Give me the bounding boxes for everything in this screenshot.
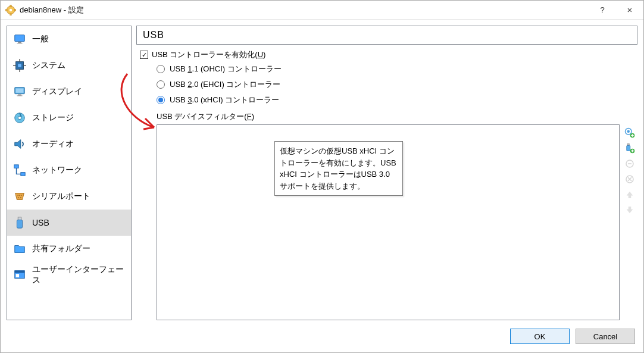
svg-rect-4 (5, 9, 7, 10)
usb-edit-icon[interactable] (624, 158, 636, 170)
titlebar: debian8new - 設定 ? × (1, 1, 643, 20)
usb-add-from-device-icon[interactable] (624, 142, 636, 154)
window-title: debian8new - 設定 (20, 5, 84, 15)
settings-window: debian8new - 設定 ? × 一般 システム (0, 0, 644, 353)
usb-move-down-icon[interactable] (624, 204, 636, 216)
sidebar-item-label: シリアルポート (32, 191, 90, 202)
usb-controller-radios: USB 1.1 (OHCI) コントローラー USB 2.0 (EHCI) コン… (157, 64, 637, 105)
sidebar-item-storage[interactable]: ストレージ (7, 105, 131, 131)
enable-usb-checkbox[interactable]: ✓ (140, 51, 148, 59)
svg-rect-29 (17, 220, 22, 228)
filter-label: USB デバイスフィルター(F) (157, 111, 637, 122)
sidebar-item-label: 一般 (32, 34, 49, 45)
sidebar-item-general[interactable]: 一般 (7, 26, 131, 52)
usb11-label: USB 1.1 (OHCI) コントローラー (170, 64, 282, 74)
sidebar-item-label: ストレージ (32, 113, 74, 123)
svg-rect-7 (18, 42, 21, 43)
sidebar-item-shared[interactable]: 共有フォルダー (7, 236, 131, 262)
usb20-radio-row[interactable]: USB 2.0 (EHCI) コントローラー (157, 79, 637, 90)
svg-rect-10 (18, 64, 21, 67)
svg-rect-31 (15, 271, 25, 273)
dialog-buttons: OK Cancel (1, 326, 643, 352)
svg-rect-21 (14, 165, 18, 168)
svg-rect-28 (18, 217, 21, 220)
svg-rect-2 (10, 5, 11, 7)
usb-icon (13, 216, 26, 229)
sidebar-item-network[interactable]: ネットワーク (7, 157, 131, 183)
svg-rect-8 (17, 43, 22, 43)
sidebar-item-serial[interactable]: シリアルポート (7, 183, 131, 210)
usb11-radio[interactable] (157, 65, 165, 73)
section-title: USB (136, 26, 637, 45)
svg-rect-5 (14, 9, 16, 10)
usb20-radio[interactable] (157, 80, 165, 89)
svg-rect-16 (16, 89, 24, 93)
sidebar-item-audio[interactable]: オーディオ (7, 131, 131, 157)
svg-point-24 (19, 195, 20, 196)
titlebar-left: debian8new - 設定 (5, 5, 84, 15)
filter-tools (622, 124, 637, 320)
usb11-radio-row[interactable]: USB 1.1 (OHCI) コントローラー (157, 64, 637, 74)
svg-rect-18 (17, 95, 22, 96)
svg-point-1 (10, 8, 12, 11)
usb-move-up-icon[interactable] (624, 189, 636, 201)
svg-rect-32 (16, 274, 19, 277)
monitor-icon (13, 33, 26, 46)
sidebar-item-label: ユーザーインターフェース (32, 264, 125, 286)
sidebar-item-label: ネットワーク (32, 165, 82, 176)
tooltip: 仮想マシンの仮想USB xHCI コントローラーを有効にします。USB xHCI… (274, 141, 403, 196)
close-button[interactable]: × (616, 1, 643, 20)
sidebar-item-system[interactable]: システム (7, 52, 131, 79)
svg-rect-17 (18, 95, 21, 96)
svg-point-25 (21, 195, 22, 196)
svg-point-26 (18, 197, 19, 198)
sidebar-item-label: システム (32, 60, 65, 71)
usb30-label: USB 3.0 (xHCI) コントローラー (170, 95, 279, 105)
svg-point-23 (17, 195, 18, 196)
ok-button[interactable]: OK (510, 329, 570, 344)
svg-rect-6 (15, 35, 25, 42)
sidebar-item-label: 共有フォルダー (32, 243, 90, 254)
sidebar-item-label: オーディオ (32, 139, 74, 149)
usb-add-empty-icon[interactable] (624, 127, 636, 139)
display-icon (13, 85, 26, 98)
sidebar-item-label: ディスプレイ (32, 86, 82, 97)
speaker-icon (13, 138, 26, 151)
svg-point-27 (20, 197, 21, 198)
sidebar-item-usb[interactable]: USB (7, 210, 131, 236)
ui-icon (13, 268, 26, 282)
enable-usb-label: USB コントローラーを有効化(U) (152, 49, 265, 60)
svg-rect-37 (627, 146, 630, 151)
sidebar-item-label: USB (32, 218, 49, 227)
settings-sidebar: 一般 システム ディスプレイ ストレージ (7, 26, 132, 320)
chip-icon (13, 59, 26, 72)
cancel-button[interactable]: Cancel (576, 329, 635, 344)
usb30-radio[interactable] (157, 96, 165, 104)
usb30-radio-row[interactable]: USB 3.0 (xHCI) コントローラー (157, 95, 637, 105)
gear-icon (5, 5, 16, 15)
sidebar-item-ui[interactable]: ユーザーインターフェース (7, 262, 131, 288)
serial-port-icon (13, 190, 26, 203)
sidebar-item-display[interactable]: ディスプレイ (7, 79, 131, 105)
network-icon (13, 164, 26, 177)
svg-rect-3 (10, 14, 11, 15)
usb-remove-icon[interactable] (624, 173, 636, 185)
titlebar-controls: ? × (589, 1, 643, 19)
svg-rect-36 (627, 144, 629, 146)
disk-icon (13, 111, 26, 124)
svg-rect-22 (21, 173, 25, 176)
help-button[interactable]: ? (589, 1, 616, 20)
svg-point-34 (627, 130, 630, 133)
folder-icon (13, 242, 26, 255)
usb20-label: USB 2.0 (EHCI) コントローラー (170, 79, 280, 90)
enable-usb-row[interactable]: ✓ USB コントローラーを有効化(U) (140, 49, 637, 60)
